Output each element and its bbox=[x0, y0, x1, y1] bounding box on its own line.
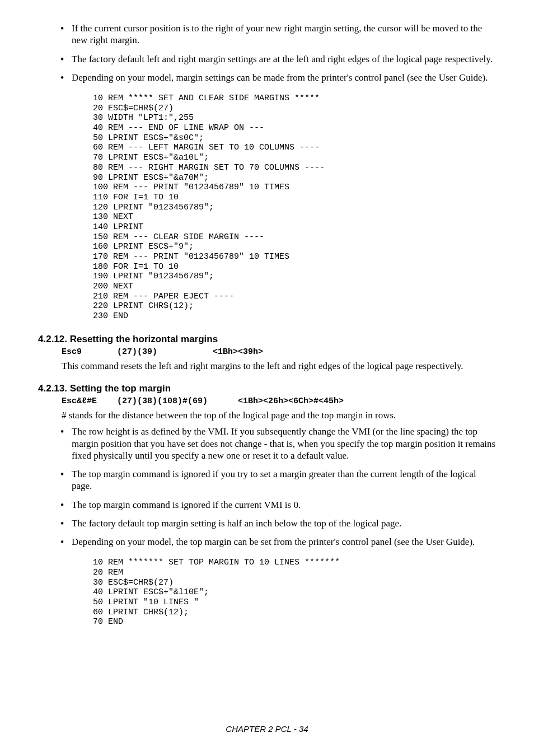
command-syntax-esc9: Esc9 (27)(39) <1Bh><39h> bbox=[62, 347, 496, 357]
page-footer: CHAPTER 2 PCL - 34 bbox=[0, 724, 534, 734]
code-block-top-margin: 10 REM ******* SET TOP MARGIN TO 10 LINE… bbox=[93, 558, 496, 627]
list-item: The factory default top margin setting i… bbox=[57, 517, 496, 529]
list-item: The factory default left and right margi… bbox=[57, 53, 496, 65]
code-block-side-margins: 10 REM ***** SET AND CLEAR SIDE MARGINS … bbox=[93, 94, 496, 321]
section-12-body: This command resets the left and right m… bbox=[62, 360, 496, 372]
list-item: Depending on your model, the top margin … bbox=[57, 536, 496, 548]
list-item: The top margin command is ignored if you… bbox=[57, 468, 496, 492]
list-item: If the current cursor position is to the… bbox=[57, 22, 496, 46]
section-heading-4-2-12: 4.2.12. Resetting the horizontal margins bbox=[38, 334, 496, 345]
section-13-bullet-list: The row height is as defined by the VMI.… bbox=[57, 426, 496, 548]
list-item: Depending on your model, margin settings… bbox=[57, 72, 496, 83]
list-item: The top margin command is ignored if the… bbox=[57, 499, 496, 511]
page: If the current cursor position is to the… bbox=[0, 0, 534, 756]
command-syntax-esc-l-e: Esc&ℓ#E (27)(38)(108)#(69) <1Bh><26h><6C… bbox=[62, 396, 496, 406]
top-bullet-list: If the current cursor position is to the… bbox=[57, 22, 496, 83]
list-item: The row height is as defined by the VMI.… bbox=[57, 426, 496, 461]
section-13-intro: # stands for the distance between the to… bbox=[62, 409, 496, 421]
section-heading-4-2-13: 4.2.13. Setting the top margin bbox=[38, 383, 496, 394]
